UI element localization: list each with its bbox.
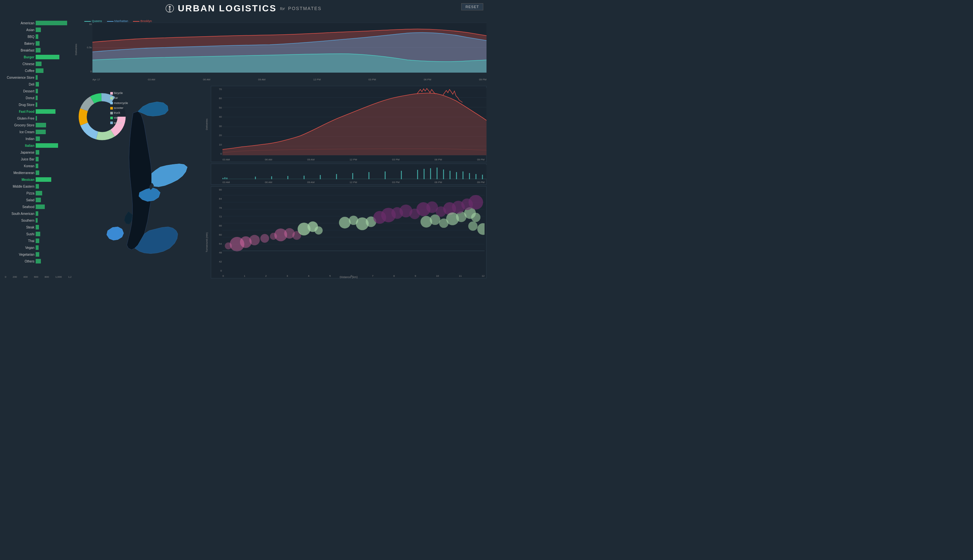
bar-item-gluten-free[interactable]: Gluten-Free	[0, 115, 71, 122]
bar-item-ice-cream[interactable]: Ice Cream	[0, 129, 71, 135]
bar-track	[36, 245, 70, 250]
bar-fill	[36, 170, 39, 175]
svg-rect-36	[304, 176, 304, 179]
svg-point-103	[469, 195, 483, 210]
bar-track	[36, 205, 70, 209]
bar-item-others[interactable]: Others	[0, 258, 71, 265]
bar-track	[36, 75, 70, 80]
bar-label: BBQ	[0, 35, 36, 38]
bar-track	[36, 62, 70, 66]
bar-item-sushi[interactable]: Sushi	[0, 231, 71, 237]
bar-fill	[36, 116, 37, 120]
bar-track	[36, 198, 70, 202]
bar-fill	[36, 75, 38, 80]
bar-item-breakfast[interactable]: Breakfast	[0, 47, 71, 53]
bar-item-steak[interactable]: Steak	[0, 224, 71, 230]
bar-label: Ice Cream	[0, 130, 36, 134]
bar-fill	[36, 252, 39, 257]
bar-item-burger[interactable]: Burger	[0, 54, 71, 60]
bar-item-vegetarian[interactable]: Vegetarian	[0, 251, 71, 258]
bar-item-salad[interactable]: Salad	[0, 197, 71, 203]
bar-track	[36, 157, 70, 162]
bar-item-pizza[interactable]: Pizza	[0, 190, 71, 197]
bar-item-fast-food[interactable]: Fast Food	[0, 108, 71, 115]
bar-fill	[36, 28, 41, 32]
bar-item-donut[interactable]: Donut	[0, 95, 71, 101]
bar-item-drug-store[interactable]: Drug Store	[0, 102, 71, 108]
brand-label: POSTMATES	[288, 6, 321, 11]
bar-item-bakery[interactable]: Bakery	[0, 40, 71, 47]
histogram-chart: 03 AM06 AM09 AM12 PM03 PM06 PM09 PM	[211, 164, 486, 185]
bar-fill	[36, 245, 38, 250]
bar-item-mediterranean[interactable]: Mediterranean	[0, 170, 71, 176]
area-chart-svg	[92, 23, 486, 73]
bar-label: Thai	[0, 239, 36, 243]
area-chart-legend: Queens Manhattan Brooklyn	[84, 20, 152, 23]
bar-item-deli[interactable]: Deli	[0, 81, 71, 88]
bar-label: Vegan	[0, 246, 36, 250]
bar-item-seafood[interactable]: Seafood	[0, 203, 71, 210]
bar-track	[36, 28, 70, 32]
bar-item-thai[interactable]: Thai	[0, 238, 71, 244]
svg-rect-50	[463, 172, 463, 179]
bar-item-juice-bar[interactable]: Juice Bar	[0, 156, 71, 162]
bar-item-japanese[interactable]: Japanese	[0, 149, 71, 155]
bar-item-southern[interactable]: Southern	[0, 217, 71, 223]
line-y-label: Deliveries	[205, 118, 208, 130]
bar-item-asian[interactable]: Asian	[0, 27, 71, 33]
y-axis: 1k 0.5k 0	[81, 23, 92, 73]
bar-label: Gluten-Free	[0, 117, 36, 120]
bar-label: Dessert	[0, 90, 36, 93]
bar-label: Italian	[0, 144, 36, 147]
bar-item-korean[interactable]: Korean	[0, 163, 71, 169]
bar-item-south-american[interactable]: South American	[0, 210, 71, 217]
bar-fill	[36, 41, 40, 46]
queens-legend: Queens	[84, 20, 102, 23]
bar-fill	[36, 177, 51, 182]
bar-item-convenience-store[interactable]: Convenience Store	[0, 74, 71, 81]
bar-label: Deli	[0, 83, 36, 86]
bar-track	[36, 96, 70, 100]
bar-item-mexican[interactable]: Mexican	[0, 176, 71, 183]
bar-item-dessert[interactable]: Dessert	[0, 88, 71, 94]
bar-item-grocery-store[interactable]: Grocery Store	[0, 122, 71, 128]
bar-fill	[36, 82, 39, 87]
svg-rect-39	[352, 173, 353, 179]
bar-label: Chinese	[0, 62, 36, 66]
bar-item-american[interactable]: American	[0, 20, 71, 26]
reset-button[interactable]: RESET	[461, 3, 483, 10]
svg-rect-49	[456, 172, 457, 179]
svg-point-95	[430, 215, 440, 225]
bar-label: Donut	[0, 96, 36, 100]
bar-item-coffee[interactable]: Coffee	[0, 67, 71, 74]
bar-track	[36, 109, 70, 114]
bar-item-bbq[interactable]: BBQ	[0, 33, 71, 40]
logo-icon	[165, 3, 174, 13]
bar-item-italian[interactable]: Italian	[0, 142, 71, 149]
bar-track	[36, 218, 70, 223]
svg-point-71	[249, 235, 260, 245]
bar-fill	[36, 123, 46, 127]
svg-rect-42	[401, 171, 402, 179]
svg-rect-53	[482, 175, 483, 179]
bar-label: Coffee	[0, 69, 36, 73]
bar-fill	[36, 89, 38, 93]
manhattan-legend: Manhattan	[107, 20, 129, 23]
bar-track	[36, 259, 70, 263]
bar-track	[36, 170, 70, 175]
legend-walker: walker	[110, 120, 128, 125]
bar-item-indian[interactable]: Indian	[0, 135, 71, 142]
bar-item-middle-eastern[interactable]: Middle Eastern	[0, 183, 71, 190]
bar-label: Convenience Store	[0, 76, 36, 79]
svg-rect-47	[443, 170, 444, 179]
line-y-ticks: 706050403020100	[213, 88, 222, 155]
legend-van: van	[110, 115, 128, 120]
bar-item-chinese[interactable]: Chinese	[0, 61, 71, 67]
bar-item-vegan[interactable]: Vegan	[0, 244, 71, 251]
bar-label: Grocery Store	[0, 123, 36, 127]
bar-label: Fast Food	[0, 110, 36, 113]
svg-point-1	[169, 6, 171, 8]
svg-rect-45	[430, 168, 431, 179]
line-x-ticks: 03 AM06 AM09 AM12 PM03 PM06 PM09 PM	[222, 158, 485, 161]
bar-fill	[36, 130, 46, 134]
